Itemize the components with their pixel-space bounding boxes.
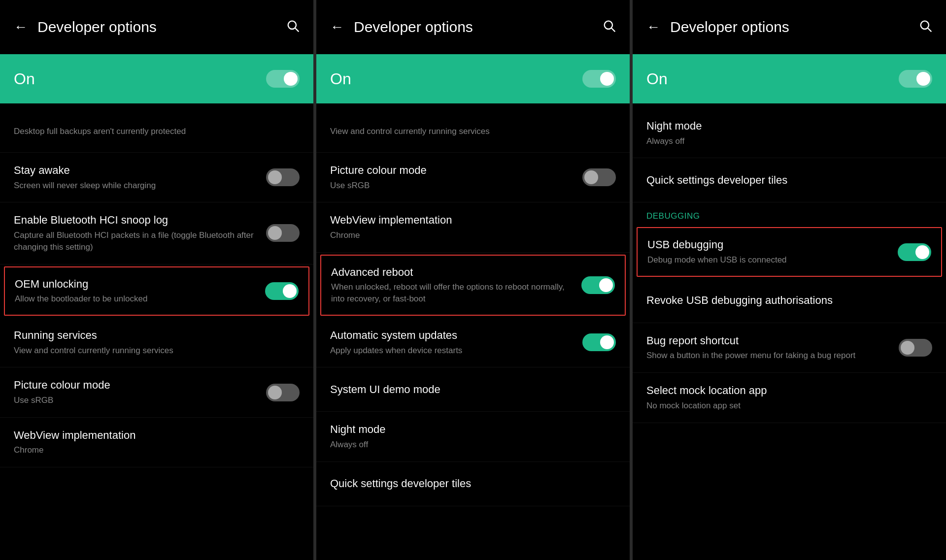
setting-title-quick-settings-2: Quick settings developer tiles — [330, 477, 606, 491]
setting-text-quick-settings-2: Quick settings developer tiles — [330, 477, 606, 491]
setting-text-mock-location: Select mock location appNo mock location… — [646, 384, 922, 411]
setting-item-desktop-backup[interactable]: Desktop full backups aren't currently pr… — [0, 108, 313, 153]
setting-title-system-ui-demo: System UI demo mode — [330, 383, 606, 397]
on-label: On — [14, 70, 35, 88]
setting-item-webview-impl-2[interactable]: WebView implementationChrome — [316, 202, 630, 252]
setting-item-running-services[interactable]: Running servicesView and control current… — [0, 318, 313, 367]
setting-text-usb-debugging: USB debuggingDebug mode when USB is conn… — [647, 238, 888, 265]
toggle-advanced-reboot[interactable] — [581, 276, 615, 294]
developer-options-toggle[interactable] — [582, 70, 616, 88]
on-bar[interactable]: On — [0, 54, 313, 103]
setting-item-oem-unlocking[interactable]: OEM unlockingAllow the bootloader to be … — [4, 266, 309, 316]
setting-item-running-services-2[interactable]: View and control currently running servi… — [316, 108, 630, 153]
setting-item-usb-debugging[interactable]: USB debuggingDebug mode when USB is conn… — [637, 227, 942, 276]
page-title: Developer options — [670, 19, 789, 35]
on-label: On — [330, 70, 351, 88]
search-icon[interactable] — [918, 19, 932, 36]
setting-item-system-ui-demo[interactable]: System UI demo mode — [316, 367, 630, 412]
setting-subtitle-usb-debugging: Debug mode when USB is connected — [647, 254, 888, 266]
setting-title-stay-awake: Stay awake — [14, 164, 256, 178]
setting-subtitle-webview-impl: Chrome — [14, 444, 290, 456]
setting-item-picture-colour-mode[interactable]: Picture colour modeUse sRGB — [0, 367, 313, 417]
setting-subtitle-desktop-backup: Desktop full backups aren't currently pr… — [14, 126, 290, 137]
header: ←Developer options — [633, 0, 946, 54]
svg-line-1 — [295, 28, 298, 31]
screens-container: ←Developer optionsOnDesktop full backups… — [0, 0, 946, 560]
setting-item-stay-awake[interactable]: Stay awakeScreen will never sleep while … — [0, 153, 313, 202]
setting-item-revoke-usb[interactable]: Revoke USB debugging authorisations — [633, 279, 946, 323]
setting-title-night-mode-2: Night mode — [330, 423, 606, 437]
setting-subtitle-bug-report: Show a button in the power menu for taki… — [646, 350, 889, 362]
screen-2: ←Developer optionsOnView and control cur… — [316, 0, 633, 560]
setting-title-advanced-reboot: Advanced reboot — [331, 265, 572, 280]
toggle-usb-debugging[interactable] — [898, 243, 931, 261]
toggle-bug-report[interactable] — [899, 339, 932, 357]
setting-text-advanced-reboot: Advanced rebootWhen unlocked, reboot wil… — [331, 265, 572, 305]
on-bar[interactable]: On — [316, 54, 630, 103]
header-left: ←Developer options — [330, 19, 473, 35]
setting-text-night-mode-2: Night modeAlways off — [330, 423, 606, 450]
setting-text-system-ui-demo: System UI demo mode — [330, 383, 606, 397]
screen-1: ←Developer optionsOnDesktop full backups… — [0, 0, 316, 560]
setting-item-picture-colour-mode-2[interactable]: Picture colour modeUse sRGB — [316, 153, 630, 202]
setting-subtitle-night-mode-2: Always off — [330, 439, 606, 451]
setting-text-quick-settings-3: Quick settings developer tiles — [646, 173, 922, 188]
setting-item-mock-location[interactable]: Select mock location appNo mock location… — [633, 373, 946, 423]
setting-title-running-services: Running services — [14, 329, 290, 343]
search-icon[interactable] — [286, 19, 300, 36]
setting-text-desktop-backup: Desktop full backups aren't currently pr… — [14, 124, 290, 137]
setting-item-auto-system-updates[interactable]: Automatic system updatesApply updates wh… — [316, 318, 630, 367]
toggle-auto-system-updates[interactable] — [582, 333, 616, 351]
setting-text-webview-impl: WebView implementationChrome — [14, 428, 290, 456]
setting-title-usb-debugging: USB debugging — [647, 238, 888, 252]
setting-text-bug-report: Bug report shortcutShow a button in the … — [646, 334, 889, 362]
setting-subtitle-picture-colour-mode: Use sRGB — [14, 395, 256, 406]
setting-text-running-services: Running servicesView and control current… — [14, 329, 290, 356]
setting-text-picture-colour-mode: Picture colour modeUse sRGB — [14, 378, 256, 406]
header: ←Developer options — [316, 0, 630, 54]
setting-item-night-mode-3[interactable]: Night modeAlways off — [633, 108, 946, 158]
setting-title-mock-location: Select mock location app — [646, 384, 922, 398]
section-header-debugging-header: DEBUGGING — [633, 202, 946, 225]
setting-title-night-mode-3: Night mode — [646, 119, 922, 133]
search-icon[interactable] — [602, 19, 616, 36]
on-bar[interactable]: On — [633, 54, 946, 103]
setting-text-revoke-usb: Revoke USB debugging authorisations — [646, 294, 922, 308]
back-icon[interactable]: ← — [14, 19, 28, 35]
setting-subtitle-night-mode-3: Always off — [646, 135, 922, 147]
setting-subtitle-picture-colour-mode-2: Use sRGB — [330, 180, 573, 192]
page-title: Developer options — [37, 19, 157, 35]
setting-title-bug-report: Bug report shortcut — [646, 334, 889, 348]
back-icon[interactable]: ← — [646, 19, 660, 35]
setting-title-webview-impl: WebView implementation — [14, 428, 290, 443]
setting-subtitle-oem-unlocking: Allow the bootloader to be unlocked — [15, 293, 255, 305]
setting-item-night-mode-2[interactable]: Night modeAlways off — [316, 412, 630, 461]
setting-text-picture-colour-mode-2: Picture colour modeUse sRGB — [330, 164, 573, 191]
on-label: On — [646, 70, 668, 88]
toggle-stay-awake[interactable] — [266, 168, 300, 186]
setting-item-quick-settings-3[interactable]: Quick settings developer tiles — [633, 158, 946, 202]
setting-title-bluetooth-hci: Enable Bluetooth HCI snoop log — [14, 213, 256, 228]
toggle-bluetooth-hci[interactable] — [266, 224, 300, 242]
setting-title-picture-colour-mode-2: Picture colour mode — [330, 164, 573, 178]
back-icon[interactable]: ← — [330, 19, 344, 35]
setting-text-auto-system-updates: Automatic system updatesApply updates wh… — [330, 329, 573, 356]
setting-item-webview-impl[interactable]: WebView implementationChrome — [0, 418, 313, 467]
setting-item-bug-report[interactable]: Bug report shortcutShow a button in the … — [633, 323, 946, 373]
setting-subtitle-running-services: View and control currently running servi… — [14, 345, 290, 357]
settings-content: View and control currently running servi… — [316, 103, 630, 560]
page-title: Developer options — [354, 19, 473, 35]
screen-3: ←Developer optionsOnNight modeAlways off… — [633, 0, 946, 560]
toggle-picture-colour-mode-2[interactable] — [582, 168, 616, 186]
developer-options-toggle[interactable] — [266, 70, 300, 88]
setting-title-revoke-usb: Revoke USB debugging authorisations — [646, 294, 922, 308]
toggle-picture-colour-mode[interactable] — [266, 384, 300, 401]
setting-text-night-mode-3: Night modeAlways off — [646, 119, 922, 147]
setting-item-bluetooth-hci[interactable]: Enable Bluetooth HCI snoop logCapture al… — [0, 202, 313, 264]
setting-item-quick-settings-2[interactable]: Quick settings developer tiles — [316, 462, 630, 506]
setting-text-running-services-2: View and control currently running servi… — [330, 124, 606, 137]
setting-item-advanced-reboot[interactable]: Advanced rebootWhen unlocked, reboot wil… — [320, 255, 626, 316]
developer-options-toggle[interactable] — [899, 70, 932, 88]
header-left: ←Developer options — [14, 19, 157, 35]
toggle-oem-unlocking[interactable] — [265, 282, 299, 300]
